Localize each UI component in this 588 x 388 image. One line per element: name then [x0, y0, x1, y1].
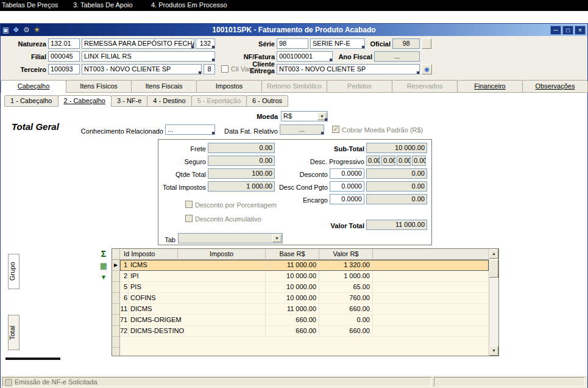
menu-item-produtos-processo[interactable]: 4. Produtos Em Processo [151, 1, 227, 9]
oficial-button[interactable] [422, 38, 431, 49]
cell-base: 660.00 [266, 326, 319, 337]
qtde-total-label: Qtde Total [158, 170, 206, 179]
scroll-down-button[interactable]: ▼ [489, 346, 498, 356]
desconto-acumulativo-label: Desconto Acumulativo [195, 215, 261, 223]
export-grid-button[interactable]: ▦ [97, 261, 110, 272]
grid-header-id-imposto[interactable]: Id Imposto [120, 249, 178, 260]
natureza-num-field[interactable]: 132 [196, 38, 215, 49]
desconto-label: Desconto [280, 170, 328, 179]
cliente-entrega-field[interactable]: NT003 - NOVO CLIENTE SP [277, 64, 420, 74]
cell-imposto: COFINS [129, 293, 266, 304]
conhecimento-relacionado-label: Conhecimento Relacionado [77, 126, 163, 136]
sum-button[interactable]: Σ [97, 249, 110, 260]
grid-scrollbar[interactable]: ▲ ▼ [489, 249, 498, 356]
sub-total-label: Sub-Total [305, 144, 364, 154]
terceiro-code-field[interactable]: 100093 [48, 64, 80, 74]
close-button[interactable]: × [575, 26, 586, 35]
moeda-label: Moeda [241, 112, 278, 121]
grid-row-icms[interactable]: ▶ 1 ICMS 11 000.00 1 320.00 [112, 260, 489, 271]
totais-panel: Frete 0.00 Seguro 0.00 Qtde Total 100.00… [158, 139, 432, 245]
filial-code-field[interactable]: 000045 [48, 51, 80, 62]
desconto-porcentagem-label: Desconto por Porcentagem [195, 201, 277, 209]
cell-valor: 1 000.00 [319, 271, 373, 282]
terceiro-desc-field[interactable]: NT003 - NOVO CLIENTE SP [82, 64, 202, 74]
cliente-entrega-label: Cliente Entrega [243, 61, 275, 76]
total-impostos-field: 1 000.00 [208, 181, 275, 192]
side-tab-total[interactable]: Total [8, 315, 19, 350]
cell-base: 11 000.00 [266, 260, 319, 271]
desconto-value-field: 0.00 [366, 168, 427, 179]
cell-base: 660.00 [266, 315, 319, 326]
maximize-button[interactable]: □ [562, 26, 573, 35]
cell-valor: 760.00 [319, 293, 373, 304]
side-tab-grupo[interactable]: Grupo [8, 254, 19, 289]
sigma-icon: Σ [101, 249, 106, 259]
data-fat-relativo-field[interactable]: ... [280, 124, 324, 135]
nf-fatura-field[interactable]: 000100001 [277, 51, 333, 62]
row-selector-cell [112, 315, 120, 326]
total-geral-title: Total Geral [12, 121, 59, 132]
terceiro-num-field[interactable]: 8 [204, 64, 215, 74]
app-window: ▣ ❖ ⚙ ☀ 100101SPK - Faturamento de Produ… [0, 23, 588, 388]
serie-desc-field[interactable]: SERIE NF-E [310, 38, 365, 49]
impostos-grid: Id Imposto Imposto Base R$ Valor R$ ▶ 1 … [112, 248, 499, 356]
grid-header-base[interactable]: Base R$ [266, 249, 319, 260]
cell-valor: 660.00 [319, 326, 373, 337]
grid-header-row: Id Imposto Imposto Base R$ Valor R$ [112, 249, 498, 260]
desc-progressivo-label: Desc. Progressivo [296, 157, 364, 167]
cell-id: 5 [120, 282, 129, 293]
ano-fiscal-label: Ano Fiscal [335, 52, 372, 62]
menu-item-tabelas-apoio[interactable]: 3. Tabelas De Apoio [73, 1, 133, 9]
check-icon: ✓ [333, 126, 338, 132]
desc-cond-pgto-pct-field[interactable]: 0.0000 [330, 181, 364, 192]
cell-filler [373, 260, 489, 271]
natureza-code-field[interactable]: 132.01 [48, 38, 80, 49]
filial-desc-field[interactable]: LINX FILIAL RS [82, 51, 215, 62]
grid-row-pis[interactable]: 5 PIS 10 000.00 65.00 [112, 282, 489, 293]
desconto-porcentagem-checkbox [185, 201, 193, 208]
cliente-entrega-lookup-button[interactable]: ◉ [422, 64, 432, 74]
cell-id: 1 [120, 260, 129, 271]
valor-total-label: Valor Total [305, 221, 364, 231]
grid-header-imposto[interactable]: Imposto [178, 249, 266, 260]
ano-fiscal-field[interactable]: ... [374, 51, 420, 62]
grid-row-cofins[interactable]: 6 COFINS 10 000.00 760.00 [112, 293, 489, 304]
pane-splitter[interactable] [5, 357, 60, 360]
cell-filler [373, 304, 489, 315]
frete-label: Frete [158, 144, 206, 154]
scroll-up-button[interactable]: ▲ [489, 249, 498, 259]
moeda-combobox[interactable]: R$ ▼ [281, 111, 328, 121]
current-row-marker-icon: ▶ [114, 262, 118, 268]
desc-progressivo-field-2: 0.00 [381, 156, 395, 166]
desc-progressivo-field-3: 0.00 [397, 156, 411, 166]
natureza-desc-field[interactable]: REMESSA PARA DEPÓSITO FECHADO [82, 38, 194, 49]
data-fat-relativo-label: Data Fat. Relativo [218, 126, 278, 136]
grid-row-dicms[interactable]: 11 DICMS 11 000.00 660.00 [112, 304, 489, 315]
terceiro-label: Terceiro [1, 65, 46, 74]
tab-label: Tab [162, 235, 175, 245]
grid-row-dicms-destino[interactable]: 72 DICMS-DESTINO 660.00 660.00 [112, 326, 489, 337]
collapse-button[interactable]: ▼ [97, 273, 110, 284]
moeda-dropdown-icon[interactable]: ▼ [317, 112, 327, 120]
serie-code-field[interactable]: 98 [277, 38, 308, 49]
cell-id: 6 [120, 293, 129, 304]
desc-progressivo-field-1: 0.00 [366, 156, 380, 166]
menu-item-tabelas-precos[interactable]: Tabelas De Preços [2, 1, 58, 9]
qtde-total-field: 100.00 [208, 168, 275, 179]
window-body: Natureza 132.01 REMESSA PARA DEPÓSITO FE… [1, 24, 587, 387]
grid-header-valor[interactable]: Valor R$ [319, 249, 373, 260]
grid-header-filler [373, 249, 498, 260]
row-selector-strip [112, 337, 120, 356]
conhecimento-relacionado-field[interactable]: ... [165, 124, 215, 135]
table-icon: ▦ [100, 261, 107, 270]
grid-row-ipi[interactable]: 2 IPI 10 000.00 1 000.00 [112, 271, 489, 282]
tab-dropdown-icon: ▼ [272, 234, 282, 242]
grid-row-dicms-origem[interactable]: 71 DICMS-ORIGEM 660.00 0.00 [112, 315, 489, 326]
minimize-button[interactable]: ─ [550, 26, 561, 35]
desconto-pct-field[interactable]: 0.0000 [330, 168, 364, 179]
scroll-thumb[interactable] [489, 259, 498, 278]
cell-valor: 660.00 [319, 304, 373, 315]
encargo-pct-field[interactable]: 0.0000 [330, 194, 364, 204]
status-message: Emissão de NF-e Solicitada [15, 378, 97, 386]
cli-varejo-checkbox[interactable] [221, 65, 228, 73]
